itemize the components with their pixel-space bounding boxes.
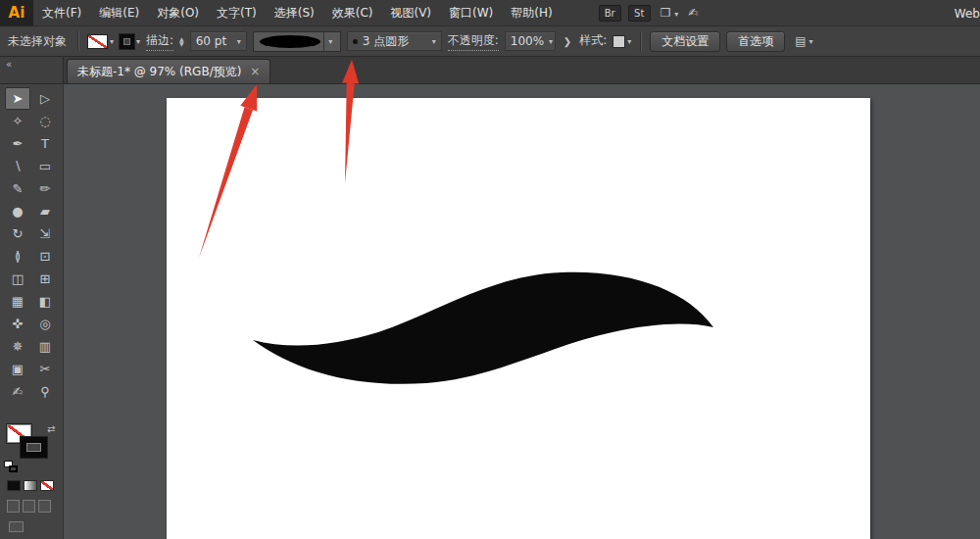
magic-wand-tool[interactable]: ✧ — [5, 110, 30, 132]
menu-select[interactable]: 选择(S) — [266, 0, 323, 26]
divider — [640, 31, 641, 51]
none-button[interactable] — [40, 480, 54, 491]
stock-button[interactable]: St — [628, 5, 651, 22]
hand-tool[interactable]: ✍ — [5, 380, 30, 403]
menu-view[interactable]: 视图(V) — [381, 0, 440, 26]
brush-preview-icon — [353, 39, 358, 44]
pen-tool[interactable]: ✒ — [5, 132, 30, 155]
type-tool[interactable]: T — [32, 132, 58, 155]
panel-options-icon[interactable]: ▤ ▾ — [795, 34, 812, 48]
blob-brush-tool[interactable]: ● — [5, 200, 30, 222]
chevron-down-icon: ▾ — [136, 37, 140, 46]
draw-behind-button[interactable] — [23, 500, 35, 513]
menu-window[interactable]: 窗口(W) — [440, 0, 502, 26]
width-profile-preview-icon — [260, 35, 320, 48]
menu-help[interactable]: 帮助(H) — [502, 0, 561, 26]
direct-selection-tool[interactable]: ▷ — [32, 87, 58, 110]
chevron-down-icon: ▾ — [323, 32, 337, 51]
drawing-mode-buttons — [7, 500, 51, 513]
opacity-flyout-arrow-icon[interactable]: ❯ — [562, 36, 573, 47]
chevron-down-icon: ▾ — [627, 37, 631, 46]
tab-strip: « 未标题-1* @ 97% (RGB/预览) × — [0, 57, 980, 84]
bridge-button[interactable]: Br — [599, 5, 621, 22]
brush-definition-dropdown[interactable]: 3 点圆形 ▾ — [347, 31, 442, 51]
chevron-down-icon: ▾ — [809, 37, 813, 46]
default-fill-stroke-icon[interactable] — [4, 461, 20, 473]
style-swatch — [612, 35, 625, 48]
mesh-tool[interactable]: ▦ — [5, 290, 30, 313]
stroke-width-stepper[interactable]: ▲▼ — [179, 36, 184, 46]
draw-normal-button[interactable] — [7, 500, 20, 513]
menu-file[interactable]: 文件(F) — [33, 0, 90, 26]
width-tool[interactable]: ≬ — [5, 245, 30, 268]
workspace-switcher[interactable]: Web — [955, 0, 980, 26]
document-setup-button[interactable]: 文档设置 — [650, 31, 720, 52]
preferences-button[interactable]: 首选项 — [726, 31, 785, 52]
style-label: 样式: — [579, 32, 607, 50]
rotate-tool[interactable]: ↻ — [5, 222, 30, 245]
main-area: ➤▷✧◌✒T∖▭✎✏●▰↻⇲≬⊡◫⊞▦◧✜◎✵▥▣✂✍⚲ ⇄ — [0, 84, 980, 539]
rectangle-tool[interactable]: ▭ — [32, 155, 58, 177]
control-bar: 未选择对象 ▾ ▾ 描边: ▲▼ 60 pt ▾ ▾ 3 点圆形 ▾ 不透明度:… — [0, 26, 980, 57]
stroke-swatch-black[interactable] — [21, 437, 47, 458]
brush-name: 3 点圆形 — [363, 33, 409, 50]
swap-fill-stroke-icon[interactable]: ⇄ — [47, 423, 55, 434]
screen-mode-button[interactable] — [9, 521, 24, 532]
paintbrush-tool[interactable]: ✎ — [5, 177, 30, 200]
document-tab[interactable]: 未标题-1* @ 97% (RGB/预览) × — [67, 59, 270, 83]
close-icon[interactable]: × — [250, 66, 260, 77]
draw-inside-button[interactable] — [38, 500, 51, 513]
document-tab-title: 未标题-1* @ 97% (RGB/预览) — [77, 64, 241, 80]
pencil-tool[interactable]: ✏ — [32, 177, 58, 200]
stroke-width-value: 60 pt — [196, 34, 226, 48]
chevron-down-icon: ▾ — [549, 37, 553, 46]
chevron-down-icon: ▾ — [432, 37, 436, 46]
eraser-tool[interactable]: ▰ — [32, 200, 58, 222]
stroke-panel-link[interactable]: 描边: — [146, 32, 173, 51]
color-button[interactable] — [7, 480, 21, 491]
stroke-width-select[interactable]: 60 pt ▾ — [190, 31, 247, 51]
toolbar-collapse-button[interactable]: « — [0, 57, 64, 83]
shape-builder-tool[interactable]: ◫ — [5, 268, 30, 290]
stroke-color-dropdown[interactable]: ▾ — [120, 34, 140, 49]
blend-tool[interactable]: ◎ — [32, 313, 58, 335]
paint-mode-buttons — [7, 480, 54, 491]
gradient-tool[interactable]: ◧ — [32, 290, 58, 313]
divider — [77, 31, 78, 51]
menu-bar: Ai 文件(F) 编辑(E) 对象(O) 文字(T) 选择(S) 效果(C) 视… — [0, 0, 980, 26]
gradient-button[interactable] — [24, 480, 37, 491]
chevron-down-icon: ▾ — [110, 37, 114, 46]
menu-edit[interactable]: 编辑(E) — [90, 0, 148, 26]
menu-type[interactable]: 文字(T) — [208, 0, 266, 26]
column-graph-tool[interactable]: ▥ — [32, 335, 58, 358]
arrange-documents-icon[interactable]: ❒ ▾ — [661, 6, 679, 20]
style-dropdown[interactable]: ▾ — [612, 35, 631, 48]
slice-tool[interactable]: ✂ — [32, 358, 58, 380]
scale-tool[interactable]: ⇲ — [32, 222, 58, 245]
chevron-down-icon: ▾ — [674, 10, 678, 19]
menu-object[interactable]: 对象(O) — [148, 0, 208, 26]
free-transform-tool[interactable]: ⊡ — [32, 245, 58, 268]
opacity-select[interactable]: 100% ▾ — [505, 31, 556, 51]
perspective-grid-tool[interactable]: ⊞ — [32, 268, 58, 290]
width-profile-dropdown[interactable]: ▾ — [253, 31, 341, 52]
fill-color-dropdown[interactable]: ▾ — [87, 34, 114, 49]
symbol-sprayer-tool[interactable]: ✵ — [5, 335, 30, 358]
eyedropper-tool[interactable]: ✜ — [5, 313, 30, 335]
selection-tool[interactable]: ➤ — [5, 87, 30, 110]
canvas-area[interactable] — [64, 84, 980, 539]
opacity-panel-link[interactable]: 不透明度: — [448, 32, 499, 51]
artboard-tool[interactable]: ▣ — [5, 358, 30, 380]
default-stroke-icon — [9, 466, 18, 472]
tools-panel: ➤▷✧◌✒T∖▭✎✏●▰↻⇲≬⊡◫⊞▦◧✜◎✵▥▣✂✍⚲ ⇄ — [0, 84, 64, 539]
tool-grid: ➤▷✧◌✒T∖▭✎✏●▰↻⇲≬⊡◫⊞▦◧✜◎✵▥▣✂✍⚲ — [0, 84, 63, 403]
fill-none-swatch — [87, 34, 108, 49]
line-segment-tool[interactable]: ∖ — [5, 155, 30, 177]
zoom-tool[interactable]: ⚲ — [32, 380, 58, 403]
menu-effect[interactable]: 效果(C) — [323, 0, 382, 26]
artboard[interactable] — [167, 98, 870, 539]
lasso-tool[interactable]: ◌ — [32, 110, 58, 132]
document-tab-bar: 未标题-1* @ 97% (RGB/预览) × — [64, 57, 980, 83]
hand-gesture-icon[interactable]: ✍ — [688, 6, 698, 20]
opacity-value: 100% — [511, 34, 544, 48]
